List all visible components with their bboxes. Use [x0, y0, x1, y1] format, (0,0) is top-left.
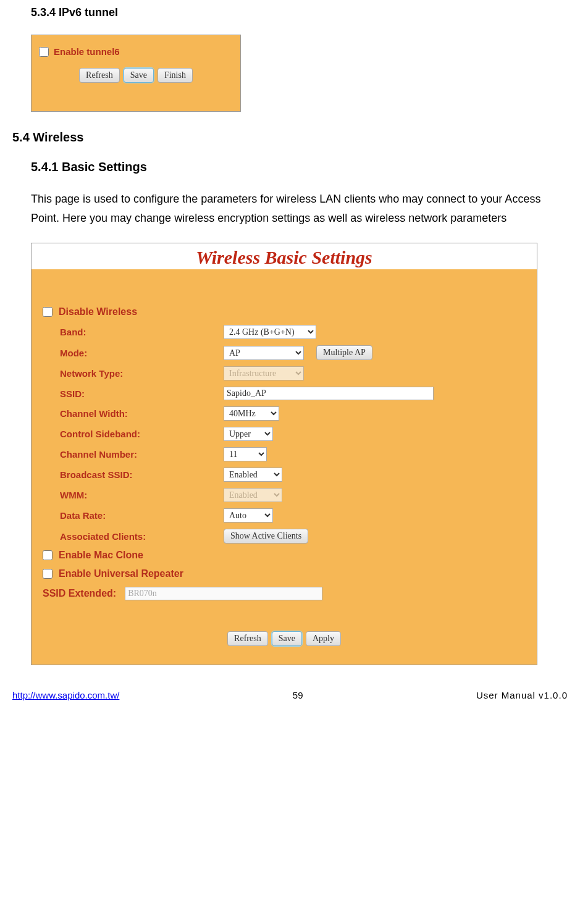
channel-width-label: Channel Width: — [60, 408, 224, 419]
ssid-extended-label: SSID Extended: — [43, 588, 116, 599]
multiple-ap-button[interactable]: Multiple AP — [316, 345, 372, 360]
broadcast-ssid-label: Broadcast SSID: — [60, 469, 224, 480]
page-number: 59 — [293, 690, 303, 700]
ssid-label: SSID: — [60, 388, 224, 399]
screenshot-ipv6-tunnel: Enable tunnel6 Refresh Save Finish — [31, 35, 241, 112]
mode-select[interactable]: AP — [224, 346, 304, 360]
page-footer: http://www.sapido.com.tw/ 59 User Manual… — [12, 690, 568, 713]
band-select[interactable]: 2.4 GHz (B+G+N) — [224, 325, 316, 339]
wmm-label: WMM: — [60, 490, 224, 500]
save-button[interactable]: Save — [272, 631, 302, 646]
title-bar: Wireless Basic Settings — [32, 243, 537, 269]
network-type-select: Infrastructure — [224, 366, 304, 380]
data-rate-select[interactable]: Auto — [224, 508, 273, 523]
apply-button[interactable]: Apply — [306, 631, 341, 646]
enable-mac-clone-label: Enable Mac Clone — [59, 550, 143, 561]
refresh-button[interactable]: Refresh — [227, 631, 268, 646]
band-label: Band: — [60, 327, 224, 337]
enable-tunnel6-checkbox[interactable] — [39, 47, 49, 57]
broadcast-ssid-select[interactable]: Enabled — [224, 468, 282, 482]
panel-title: Wireless Basic Settings — [196, 247, 372, 267]
show-active-clients-button[interactable]: Show Active Clients — [224, 529, 308, 544]
basic-settings-description: This page is used to configure the param… — [31, 190, 568, 227]
disable-wireless-label: Disable Wireless — [59, 306, 137, 317]
data-rate-label: Data Rate: — [60, 510, 224, 521]
enable-tunnel6-label: Enable tunnel6 — [54, 46, 120, 57]
heading-ipv6-tunnel: 5.3.4 IPv6 tunnel — [31, 6, 568, 19]
mode-label: Mode: — [60, 348, 224, 358]
ssid-extended-input — [125, 587, 322, 600]
network-type-label: Network Type: — [60, 368, 224, 379]
enable-mac-clone-checkbox[interactable] — [43, 550, 53, 560]
wmm-select: Enabled — [224, 488, 282, 502]
refresh-button[interactable]: Refresh — [79, 68, 120, 83]
channel-number-label: Channel Number: — [60, 449, 224, 460]
enable-universal-repeater-label: Enable Universal Repeater — [59, 568, 183, 579]
associated-clients-label: Associated Clients: — [60, 531, 224, 542]
heading-basic-settings: 5.4.1 Basic Settings — [31, 160, 568, 174]
channel-width-select[interactable]: 40MHz — [224, 406, 279, 421]
version-text: User Manual v1.0.0 — [476, 690, 568, 700]
save-button[interactable]: Save — [124, 68, 154, 83]
footer-url[interactable]: http://www.sapido.com.tw/ — [12, 690, 119, 700]
control-sideband-select[interactable]: Upper — [224, 427, 273, 441]
channel-number-select[interactable]: 11 — [224, 447, 267, 461]
control-sideband-label: Control Sideband: — [60, 429, 224, 439]
enable-universal-repeater-checkbox[interactable] — [43, 569, 53, 579]
disable-wireless-checkbox[interactable] — [43, 307, 53, 317]
finish-button[interactable]: Finish — [158, 68, 193, 83]
screenshot-wireless-basic-settings: Wireless Basic Settings Disable Wireless… — [31, 243, 537, 665]
heading-wireless: 5.4 Wireless — [12, 130, 568, 145]
ssid-input[interactable] — [224, 387, 434, 400]
